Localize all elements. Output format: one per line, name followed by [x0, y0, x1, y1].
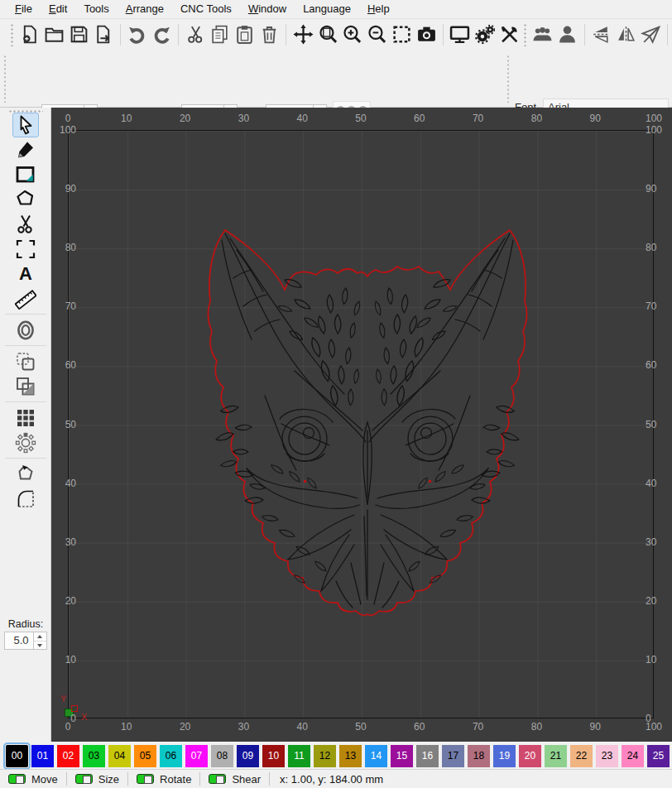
palette-swatch-18[interactable]: 18 [468, 745, 490, 767]
cut-scissors-tool[interactable] [12, 212, 39, 237]
toolbar-grip [523, 23, 526, 46]
export-file-button[interactable] [92, 22, 115, 47]
group-objects-button[interactable] [531, 22, 554, 47]
camera-capture-icon [416, 24, 437, 45]
palette-swatch-15[interactable]: 15 [391, 745, 413, 767]
size-mode-toggle[interactable]: Size [67, 772, 127, 786]
single-object-button[interactable] [556, 22, 579, 47]
palette-swatch-13[interactable]: 13 [339, 745, 362, 767]
new-file-button[interactable] [17, 22, 41, 47]
zoom-selection-button[interactable] [391, 22, 414, 47]
settings-gears-button[interactable] [473, 22, 497, 47]
palette-swatch-02[interactable]: 02 [57, 745, 79, 767]
move-toggle-switch[interactable] [8, 774, 26, 784]
paste-button[interactable] [233, 22, 257, 47]
monitor-preview-icon [449, 24, 470, 45]
palette-swatch-05[interactable]: 05 [134, 745, 156, 767]
palette-swatch-14[interactable]: 14 [365, 745, 387, 767]
palette-swatch-00[interactable]: 00 [6, 745, 28, 767]
zoom-page-button[interactable] [316, 22, 339, 47]
measure-ruler-tool[interactable] [12, 286, 39, 311]
pan-move-button[interactable] [291, 22, 314, 47]
flip-vertical-button[interactable] [589, 22, 612, 47]
open-file-button[interactable] [42, 22, 65, 47]
owl-artwork[interactable] [204, 225, 531, 619]
zoom-out-button[interactable] [366, 22, 389, 47]
redo-button[interactable] [150, 22, 173, 47]
palette-swatch-17[interactable]: 17 [442, 745, 464, 767]
palette-swatch-16[interactable]: 16 [416, 745, 439, 767]
camera-capture-button[interactable] [415, 22, 438, 47]
trim-subtract-tool[interactable] [12, 374, 39, 399]
palette-swatch-20[interactable]: 20 [519, 745, 541, 767]
palette-swatch-21[interactable]: 21 [545, 745, 567, 767]
palette-swatch-01[interactable]: 01 [31, 745, 54, 767]
polygon-shape-tool[interactable] [12, 187, 39, 212]
shear-toggle-switch[interactable] [209, 774, 226, 784]
move-mode-toggle[interactable]: Move [0, 772, 66, 786]
palette-swatch-06[interactable]: 06 [160, 745, 182, 767]
toolbar-separator [120, 24, 121, 46]
palette-swatch-07[interactable]: 07 [185, 745, 208, 767]
palette-swatch-25[interactable]: 25 [647, 745, 670, 767]
cut-button[interactable] [184, 22, 207, 47]
save-file-icon [69, 24, 89, 45]
menu-help[interactable]: Help [359, 1, 398, 17]
corner-fillet-tool[interactable] [12, 487, 39, 512]
grid-array-tool[interactable] [12, 406, 39, 430]
shear-mode-toggle[interactable]: Shear [200, 772, 269, 786]
palette-swatch-11[interactable]: 11 [288, 745, 310, 767]
size-toggle-switch[interactable] [75, 774, 93, 784]
rectangle-shape-tool[interactable] [12, 162, 39, 187]
menu-file[interactable]: File [7, 1, 41, 17]
draw-pen-tool[interactable] [12, 137, 39, 162]
origin-selection-marker [71, 705, 78, 712]
palette-swatch-09[interactable]: 09 [237, 745, 259, 767]
palette-swatch-03[interactable]: 03 [83, 745, 105, 767]
design-canvas[interactable]: Y X 000010101010202020203030303040404040… [51, 108, 672, 742]
palette-swatch-10[interactable]: 10 [262, 745, 285, 767]
redo-icon [151, 24, 172, 45]
save-file-button[interactable] [67, 22, 90, 47]
palette-swatch-19[interactable]: 19 [493, 745, 516, 767]
menu-language[interactable]: Language [295, 1, 359, 17]
menu-window[interactable]: Window [240, 1, 295, 17]
weld-union-tool[interactable] [12, 349, 39, 374]
palette-swatch-23[interactable]: 23 [596, 745, 618, 767]
palette-swatch-24[interactable]: 24 [622, 745, 644, 767]
send-job-button[interactable] [639, 22, 662, 47]
palette-swatch-04[interactable]: 04 [108, 745, 131, 767]
menu-cnc-tools[interactable]: CNC Tools [172, 1, 240, 17]
text-tool-tool[interactable]: A [12, 262, 39, 286]
ruler-right-30: 30 [646, 536, 669, 548]
menu-edit[interactable]: Edit [41, 1, 75, 17]
monitor-preview-button[interactable] [449, 22, 472, 47]
palette-swatch-12[interactable]: 12 [314, 745, 336, 767]
menu-arrange[interactable]: Arrange [118, 1, 172, 17]
copy-button[interactable] [209, 22, 232, 47]
contour-offset-icon [15, 320, 36, 341]
zoom-page-icon [318, 24, 338, 45]
palette-swatch-08[interactable]: 08 [211, 745, 233, 767]
new-file-icon [19, 24, 40, 45]
undo-button[interactable] [126, 22, 149, 47]
contour-offset-tool[interactable] [12, 318, 39, 343]
flip-horizontal-button[interactable] [614, 22, 637, 47]
zoom-in-button[interactable] [341, 22, 364, 47]
radius-field[interactable]: 5.0 [4, 632, 34, 650]
menu-tools[interactable]: Tools [75, 1, 117, 17]
select-cursor-tool[interactable] [12, 113, 39, 137]
circular-array-tool[interactable] [12, 430, 39, 455]
ruler-left-100: 100 [53, 124, 76, 136]
radius-stepper[interactable] [34, 632, 47, 650]
machine-tools-button[interactable] [498, 22, 521, 47]
palette-swatch-22[interactable]: 22 [570, 745, 593, 767]
close-contour-tool[interactable] [12, 462, 39, 487]
single-object-icon [557, 24, 578, 45]
delete-button[interactable] [258, 22, 281, 47]
weld-union-icon [15, 351, 36, 372]
rotate-mode-toggle[interactable]: Rotate [128, 772, 199, 786]
selection-frame-tool[interactable] [12, 237, 39, 262]
rotate-toggle-switch[interactable] [137, 774, 154, 784]
settings-gears-icon [474, 24, 495, 45]
